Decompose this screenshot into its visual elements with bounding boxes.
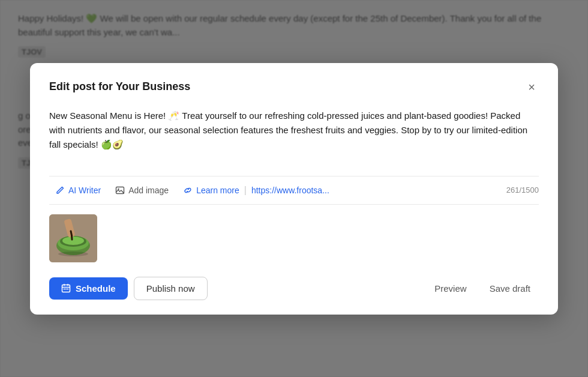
toolbar-separator: | [244, 185, 247, 196]
modal-title: Edit post for Your Business [49, 80, 190, 93]
image-thumbnail[interactable] [49, 214, 97, 262]
svg-point-1 [118, 188, 119, 189]
svg-point-9 [58, 252, 88, 256]
publish-now-button[interactable]: Publish now [134, 277, 208, 300]
edit-post-modal: Edit post for Your Business × New Season… [30, 63, 558, 315]
modal-footer: Schedule Publish now Preview Save draft [49, 277, 539, 300]
modal-overlay: Edit post for Your Business × New Season… [0, 0, 588, 377]
add-image-button[interactable]: Add image [109, 183, 175, 198]
post-body-text[interactable]: New Seasonal Menu is Here! 🥂 Treat yours… [49, 106, 539, 166]
close-button[interactable]: × [524, 80, 539, 94]
svg-rect-11 [64, 289, 65, 290]
svg-rect-0 [116, 187, 124, 193]
link-icon [183, 185, 193, 195]
schedule-button[interactable]: Schedule [49, 277, 128, 300]
svg-rect-12 [65, 289, 67, 290]
pencil-icon [55, 185, 65, 195]
char-count: 261/1500 [506, 185, 539, 195]
calendar-icon [61, 283, 71, 293]
thumbnail-image [49, 214, 97, 262]
ai-writer-button[interactable]: AI Writer [49, 183, 107, 198]
svg-rect-13 [67, 289, 68, 290]
image-icon [115, 185, 125, 195]
preview-button[interactable]: Preview [426, 277, 475, 300]
learn-more-button[interactable]: Learn more | https://www.frootsa... [177, 182, 335, 198]
svg-point-7 [62, 237, 84, 245]
image-preview-area [49, 214, 539, 262]
post-toolbar: AI Writer Add image Learn more | https:/… [49, 176, 539, 205]
save-draft-button[interactable]: Save draft [481, 277, 539, 300]
modal-header: Edit post for Your Business × [49, 80, 539, 94]
